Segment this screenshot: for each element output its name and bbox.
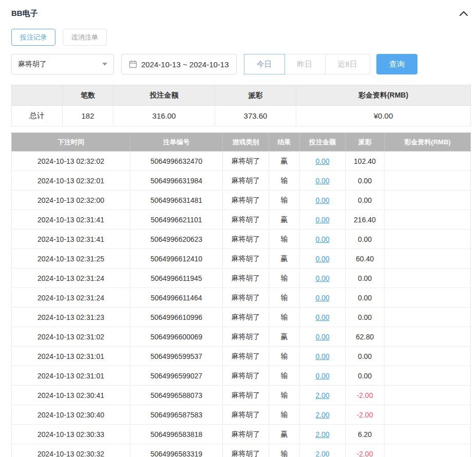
bet-amount-link[interactable]: 2.00 (315, 411, 329, 419)
cell-bonus (385, 327, 471, 347)
table-row: 2024-10-13 02:32:005064996631481麻将胡了输0.0… (12, 191, 471, 210)
cell-result: 输 (269, 444, 300, 457)
bet-amount-link[interactable]: 0.00 (315, 294, 329, 302)
cell-bet-time: 2024-10-13 02:30:32 (12, 444, 130, 457)
bet-amount-link[interactable]: 0.00 (315, 313, 329, 321)
cell-game-type: 麻将胡了 (223, 171, 269, 191)
cell-bet-time: 2024-10-13 02:31:24 (12, 269, 130, 288)
quick-yesterday-button[interactable]: 昨日 (284, 54, 326, 74)
cell-bet-time: 2024-10-13 02:31:24 (12, 288, 130, 308)
cell-bet-amount[interactable]: 0.00 (300, 249, 346, 269)
cell-bet-time: 2024-10-13 02:31:41 (12, 230, 130, 249)
cell-bet-amount[interactable]: 0.00 (300, 191, 346, 210)
header-order-id: 注单编号 (130, 133, 223, 151)
record-tabs: 投注记录 连消注单 (11, 29, 470, 46)
game-type-select[interactable]: 麻将胡了 (11, 54, 114, 74)
cell-result: 赢 (269, 210, 300, 230)
header-game-type: 游戏类别 (223, 133, 269, 151)
cell-order-id: 5064996611464 (130, 288, 223, 308)
collapse-panel-button[interactable] (457, 8, 470, 18)
table-row: 2024-10-13 02:31:415064996620623麻将胡了输0.0… (12, 230, 471, 249)
cell-bonus (385, 288, 471, 308)
cell-order-id: 5064996583319 (130, 444, 223, 457)
cell-bonus (385, 151, 471, 171)
summary-total-count: 182 (63, 106, 113, 126)
header-bonus: 彩金资料(RMB) (385, 133, 471, 151)
cell-bet-amount[interactable]: 2.00 (300, 405, 346, 425)
cell-payout: 0.00 (346, 230, 385, 249)
bet-table-header-row: 下注时间 注单编号 游戏类别 结果 投注金额 派彩 彩金资料(RMB) (12, 133, 471, 151)
bet-amount-link[interactable]: 0.00 (315, 372, 329, 380)
bet-amount-link[interactable]: 0.00 (315, 157, 329, 165)
bet-amount-link[interactable]: 0.00 (315, 177, 329, 185)
cell-bet-amount[interactable]: 0.00 (300, 210, 346, 230)
cell-payout: 0.00 (346, 288, 385, 308)
bet-amount-link[interactable]: 2.00 (315, 450, 329, 457)
bet-amount-link[interactable]: 0.00 (315, 255, 329, 263)
table-row: 2024-10-13 02:31:025064996600069麻将胡了赢0.0… (12, 327, 471, 347)
cell-order-id: 5064996599027 (130, 366, 223, 386)
quick-date-group: 今日 昨日 近8日 (244, 54, 370, 74)
cell-bonus (385, 347, 471, 366)
cell-payout: 62.80 (346, 327, 385, 347)
cell-game-type: 麻将胡了 (223, 386, 269, 405)
cell-result: 赢 (269, 327, 300, 347)
cell-result: 输 (269, 191, 300, 210)
cell-game-type: 麻将胡了 (223, 249, 269, 269)
cell-result: 赢 (269, 425, 300, 444)
table-row: 2024-10-13 02:31:015064996599027麻将胡了输0.0… (12, 366, 471, 386)
cell-payout: 0.00 (346, 191, 385, 210)
cell-result: 输 (269, 347, 300, 366)
header-bet-time: 下注时间 (12, 133, 130, 151)
cell-order-id: 5064996600069 (130, 327, 223, 347)
search-button[interactable]: 查询 (376, 54, 417, 74)
tab-cancelled-orders[interactable]: 连消注单 (63, 29, 107, 46)
date-range-picker[interactable]: 2024-10-13 ~ 2024-10-13 (121, 54, 237, 74)
bet-amount-link[interactable]: 2.00 (315, 391, 329, 399)
cell-bet-amount[interactable]: 0.00 (300, 347, 346, 366)
cell-bet-amount[interactable]: 0.00 (300, 269, 346, 288)
cell-bet-amount[interactable]: 0.00 (300, 308, 346, 327)
cell-payout: 0.00 (346, 171, 385, 191)
bet-amount-link[interactable]: 0.00 (315, 333, 329, 341)
cell-order-id: 5064996611945 (130, 269, 223, 288)
table-row: 2024-10-13 02:31:255064996612410麻将胡了赢0.0… (12, 249, 471, 269)
cell-result: 赢 (269, 151, 300, 171)
cell-bet-amount[interactable]: 2.00 (300, 425, 346, 444)
cell-bet-time: 2024-10-13 02:31:01 (12, 366, 130, 386)
cell-payout: 216.40 (346, 210, 385, 230)
cell-game-type: 麻将胡了 (223, 230, 269, 249)
cell-bet-amount[interactable]: 2.00 (300, 444, 346, 457)
cell-bet-time: 2024-10-13 02:31:23 (12, 308, 130, 327)
summary-header-count: 笔数 (63, 85, 113, 106)
cell-payout: 102.40 (346, 151, 385, 171)
bet-amount-link[interactable]: 2.00 (315, 430, 329, 439)
bet-amount-link[interactable]: 0.00 (315, 235, 329, 243)
cell-bet-amount[interactable]: 0.00 (300, 171, 346, 191)
cell-payout: 60.40 (346, 249, 385, 269)
summary-header-row: 笔数 投注金额 派彩 彩金资料(RMB) (12, 85, 471, 106)
cell-bet-amount[interactable]: 0.00 (300, 230, 346, 249)
bet-amount-link[interactable]: 0.00 (315, 216, 329, 224)
cell-bet-amount[interactable]: 0.00 (300, 327, 346, 347)
cell-order-id: 5064996612410 (130, 249, 223, 269)
table-row: 2024-10-13 02:31:015064996599537麻将胡了输0.0… (12, 347, 471, 366)
quick-last8days-button[interactable]: 近8日 (325, 54, 370, 74)
cell-bet-amount[interactable]: 0.00 (300, 288, 346, 308)
bet-amount-link[interactable]: 0.00 (315, 274, 329, 282)
quick-today-button[interactable]: 今日 (244, 54, 285, 74)
tab-bet-records[interactable]: 投注记录 (11, 29, 55, 46)
cell-bet-amount[interactable]: 2.00 (300, 386, 346, 405)
cell-bet-amount[interactable]: 0.00 (300, 366, 346, 386)
cell-order-id: 5064996621101 (130, 210, 223, 230)
summary-total-label: 总计 (12, 106, 63, 126)
cell-order-id: 5064996599537 (130, 347, 223, 366)
bet-amount-link[interactable]: 0.00 (315, 352, 329, 360)
cell-bet-amount[interactable]: 0.00 (300, 151, 346, 171)
game-type-selected-value: 麻将胡了 (18, 60, 47, 69)
cell-result: 输 (269, 405, 300, 425)
table-row: 2024-10-13 02:30:415064996588073麻将胡了输2.0… (12, 386, 471, 405)
cell-order-id: 5064996632470 (130, 151, 223, 171)
cell-bonus (385, 191, 471, 210)
bet-amount-link[interactable]: 0.00 (315, 196, 329, 204)
